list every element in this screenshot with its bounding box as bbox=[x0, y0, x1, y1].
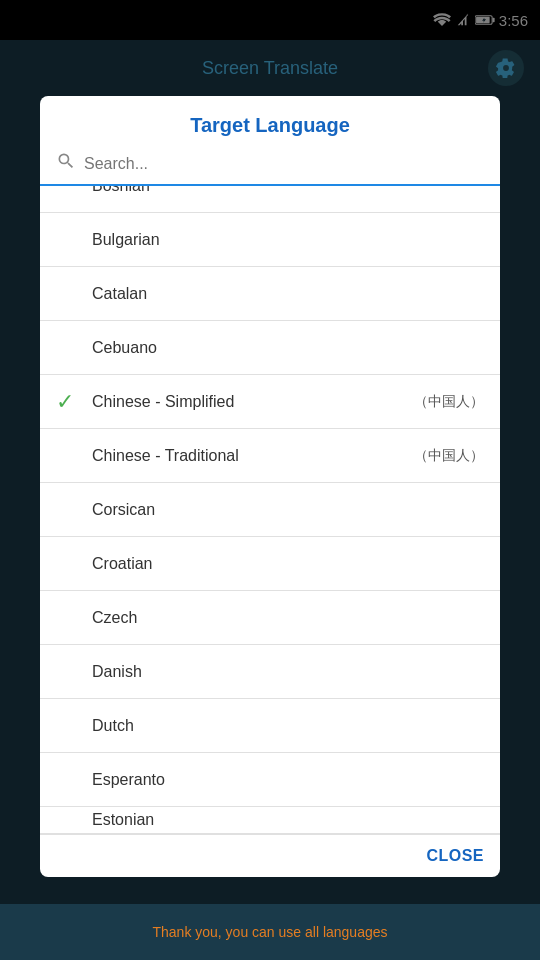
language-name: Chinese - Traditional bbox=[92, 447, 406, 465]
language-native: （中国人） bbox=[414, 393, 484, 411]
language-item[interactable]: Esperanto bbox=[40, 753, 500, 807]
language-name: Chinese - Simplified bbox=[92, 393, 406, 411]
bottom-banner-text: Thank you, you can use all languages bbox=[152, 924, 387, 940]
language-name: Catalan bbox=[92, 285, 484, 303]
language-item[interactable]: Danish bbox=[40, 645, 500, 699]
search-input[interactable] bbox=[84, 155, 484, 173]
language-name: Bosnian bbox=[92, 186, 484, 195]
search-icon bbox=[56, 151, 76, 176]
language-item[interactable]: ✓ Chinese - Simplified （中国人） bbox=[40, 375, 500, 429]
language-name: Bulgarian bbox=[92, 231, 484, 249]
close-button[interactable]: Close bbox=[426, 847, 484, 865]
language-name: Corsican bbox=[92, 501, 484, 519]
language-name: Estonian bbox=[92, 811, 484, 829]
language-item[interactable]: Catalan bbox=[40, 267, 500, 321]
language-list: Bosnian Bulgarian Catalan Cebuano ✓ Chin… bbox=[40, 186, 500, 834]
dialog-title: Target Language bbox=[40, 96, 500, 147]
language-name: Esperanto bbox=[92, 771, 484, 789]
language-name: Danish bbox=[92, 663, 484, 681]
language-item[interactable]: Bulgarian bbox=[40, 213, 500, 267]
language-item[interactable]: Corsican bbox=[40, 483, 500, 537]
language-item[interactable]: Cebuano bbox=[40, 321, 500, 375]
language-item[interactable]: Dutch bbox=[40, 699, 500, 753]
check-icon: ✓ bbox=[56, 389, 84, 415]
language-item[interactable]: Estonian bbox=[40, 807, 500, 834]
language-item[interactable]: Chinese - Traditional （中国人） bbox=[40, 429, 500, 483]
bottom-banner: Thank you, you can use all languages bbox=[0, 904, 540, 960]
language-name: Croatian bbox=[92, 555, 484, 573]
language-item[interactable]: Bosnian bbox=[40, 186, 500, 213]
language-name: Dutch bbox=[92, 717, 484, 735]
language-native: （中国人） bbox=[414, 447, 484, 465]
language-item[interactable]: Croatian bbox=[40, 537, 500, 591]
search-container bbox=[40, 147, 500, 186]
language-name: Cebuano bbox=[92, 339, 484, 357]
language-dialog: Target Language Bosnian Bulgarian Catala… bbox=[40, 96, 500, 877]
language-name: Czech bbox=[92, 609, 484, 627]
dialog-footer: Close bbox=[40, 834, 500, 877]
language-item[interactable]: Czech bbox=[40, 591, 500, 645]
